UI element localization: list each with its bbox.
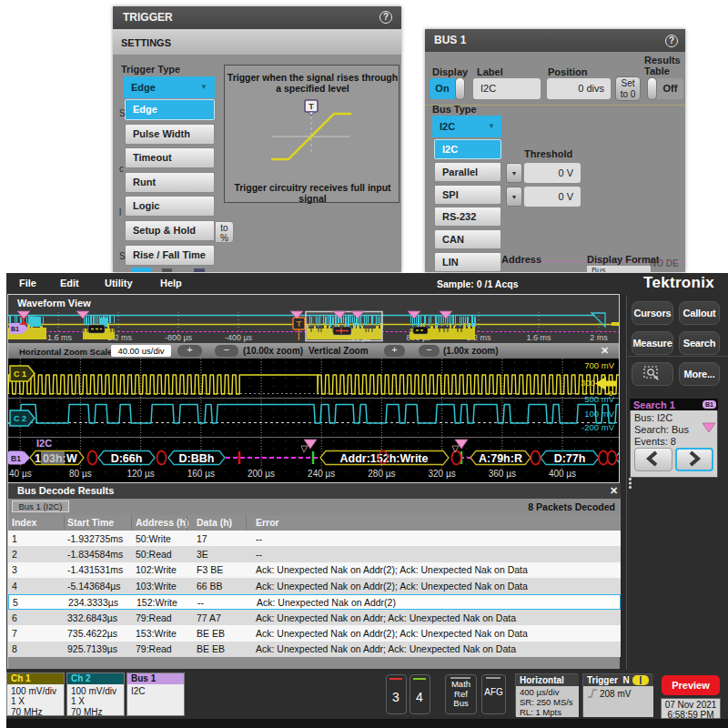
- svg-text:700 mV: 700 mV: [584, 360, 614, 370]
- svg-text:C 1: C 1: [14, 369, 26, 379]
- svg-text:200 µs: 200 µs: [248, 469, 275, 479]
- svg-text:B1: B1: [11, 326, 19, 332]
- svg-text:C 2: C 2: [14, 414, 26, 423]
- svg-text:240 µs: 240 µs: [308, 469, 335, 479]
- svg-text:280 µs: 280 µs: [368, 469, 395, 479]
- svg-text:D:66h: D:66h: [111, 452, 143, 465]
- svg-text:80 µs: 80 µs: [69, 469, 92, 479]
- svg-text:T: T: [297, 319, 302, 329]
- svg-text:1.6 ms: 1.6 ms: [526, 333, 551, 342]
- svg-text:320 µs: 320 µs: [428, 469, 455, 479]
- svg-text:2 ms: 2 ms: [590, 333, 608, 342]
- svg-text:-200 mV: -200 mV: [581, 422, 615, 432]
- svg-text:I2C: I2C: [36, 438, 52, 449]
- svg-text:400 µs: 400 µs: [549, 469, 576, 479]
- svg-text:Addr:152h:Write: Addr:152h:Write: [339, 452, 428, 465]
- svg-text:-400 µs: -400 µs: [225, 333, 253, 342]
- svg-text:-800 µs: -800 µs: [165, 333, 193, 342]
- svg-text:D:BBh: D:BBh: [179, 452, 215, 465]
- svg-text:T: T: [308, 102, 314, 111]
- svg-text:100 mV: 100 mV: [584, 409, 614, 419]
- svg-text:D:77h: D:77h: [554, 452, 586, 465]
- svg-text:1: 1: [35, 452, 41, 465]
- svg-text:B1: B1: [11, 454, 21, 463]
- svg-text:360 µs: 360 µs: [489, 469, 516, 479]
- svg-text:160 µs: 160 µs: [187, 469, 215, 479]
- svg-text:500 mV: 500 mV: [584, 394, 614, 404]
- svg-text:03h:: 03h:: [43, 452, 66, 465]
- svg-text:-1.6 ms: -1.6 ms: [45, 333, 73, 342]
- svg-text:40 µs: 40 µs: [9, 469, 32, 479]
- svg-text:A:79h:R: A:79h:R: [479, 452, 522, 465]
- svg-text:W: W: [66, 452, 77, 465]
- svg-text:120 µs: 120 µs: [126, 469, 154, 479]
